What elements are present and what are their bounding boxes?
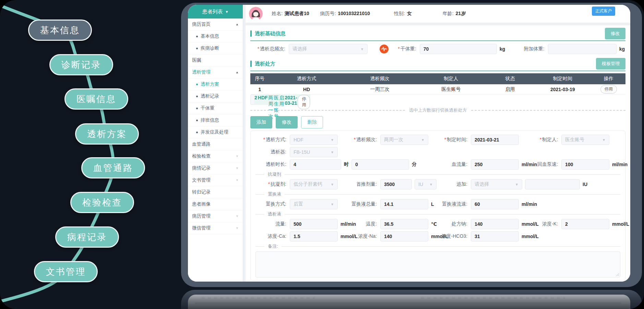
unit-label: 时	[344, 161, 349, 168]
unit-label: ml/min	[612, 162, 628, 167]
text-input[interactable]: 2	[561, 219, 609, 229]
dropdown[interactable]: 请选择▼	[471, 179, 522, 189]
divider-line	[282, 246, 620, 247]
form-field: 浓度-Ca:1.5mmol/L	[255, 231, 346, 242]
sidebar-item[interactable]: 透析管理▲	[188, 66, 243, 78]
table-header-cell: 透析方式	[269, 73, 344, 84]
sidebar-item-label: 病历管理	[192, 213, 236, 219]
form-field: 浓度-HCO3:31mmol/L	[437, 231, 527, 242]
text-input[interactable]: 0	[351, 159, 409, 170]
patient-list-header[interactable]: 患者列表 ▼	[188, 5, 243, 18]
sidebar-item-label: 医嘱	[192, 57, 239, 63]
sidebar-item-label: 检验检查	[192, 153, 236, 159]
sidebar-item[interactable]: 微信管理▼	[188, 222, 243, 234]
divider-line	[285, 194, 620, 195]
dashed-line	[250, 110, 405, 111]
field-label: *透析频次:	[346, 137, 380, 143]
edit-button[interactable]: 修改	[276, 116, 298, 128]
text-input[interactable]: 140	[471, 219, 519, 229]
table-row[interactable]: 2HDF两周一次医生账号启用2021-03-21停用	[250, 95, 269, 105]
text-input[interactable]: 3500	[380, 179, 412, 189]
text-input[interactable]: 500	[290, 219, 338, 229]
dropdown-value: 请选择	[475, 181, 489, 187]
deactivate-button[interactable]: 停用	[600, 85, 617, 94]
bullet-icon	[196, 36, 198, 37]
dropdown[interactable]: 后置▼	[290, 199, 338, 209]
chevron-up-icon: ▲	[236, 23, 239, 26]
sidebar-item[interactable]: 并发症及处理	[188, 126, 243, 138]
dropdown-value: HDF	[294, 137, 303, 143]
text-input[interactable]: 250	[471, 159, 519, 170]
text-input[interactable]: 100	[561, 159, 609, 170]
field-controls: 14.1L	[380, 199, 434, 209]
dropdown[interactable]: 医生账号▼	[561, 135, 609, 145]
dropdown[interactable]: 请选择▼	[289, 44, 368, 54]
sidebar-item[interactable]: 排班信息	[188, 114, 243, 126]
table-cell: 2021-03-19	[534, 84, 592, 95]
modify-button[interactable]: 修改	[605, 28, 625, 39]
unit-label: kg	[500, 46, 505, 52]
sidebar-item[interactable]: 医嘱	[188, 54, 243, 66]
table-header-cell: 操作	[592, 73, 625, 84]
add-button[interactable]: 添加	[250, 116, 272, 128]
sidebar-item[interactable]: 透析方案	[188, 78, 243, 90]
table-header-cell: 状态	[487, 73, 534, 84]
sidebar-item[interactable]: 疾病诊断	[188, 42, 243, 54]
text-input[interactable]: 14.1	[380, 199, 428, 209]
resize-handle-icon	[616, 273, 619, 276]
dropdown[interactable]: HDF▼	[290, 135, 338, 145]
required-asterisk: *	[258, 46, 259, 51]
table-action-cell: 停用	[297, 95, 310, 105]
text-input[interactable]	[548, 44, 617, 54]
basic-info-row: *透析总频次:请选择▼*干体重:70kg附加体重:kg	[250, 41, 625, 57]
sidebar-item[interactable]: 基本信息	[188, 30, 243, 42]
patient-field: 病历号:100103221010	[320, 11, 370, 17]
dropdown-value: FB-15U	[294, 149, 310, 155]
delete-button[interactable]: 删除	[301, 116, 323, 128]
text-input[interactable]: 36.5	[380, 219, 428, 229]
dropdown[interactable]: IU▼	[415, 179, 437, 189]
sidebar-item[interactable]: 检验检查▼	[188, 150, 243, 162]
sidebar-item[interactable]: 血管通路	[188, 138, 243, 150]
unit-label: kg	[619, 46, 625, 52]
divider-line	[255, 246, 264, 247]
text-input[interactable]: 140	[380, 231, 428, 242]
template-manage-button[interactable]: 模板管理	[596, 58, 625, 70]
divider-line	[285, 214, 620, 214]
prescription-form: *透析方式:HDF▼*透析频次:两周一次▼*制定时间:2021-03-21*制定…	[250, 131, 625, 281]
table-row[interactable]: 1HD一周三次医生账号启用2021-03-19停用	[250, 84, 625, 95]
unit-label: IU	[583, 182, 587, 187]
text-input[interactable]: 2021-03-21	[471, 135, 519, 145]
patient-field-label: 姓名:	[272, 11, 283, 17]
dropdown[interactable]: 两周一次▼	[380, 135, 428, 145]
text-input[interactable]: 31	[471, 231, 519, 242]
text-input[interactable]: 70	[420, 44, 497, 54]
sidebar-item[interactable]: 患者画像	[188, 198, 243, 210]
prescription-table: 序号透析方式透析频次制定人状态制定时间操作1HD一周三次医生账号启用2021-0…	[250, 73, 625, 105]
content-area: 姓名:测试患者10病历号:100103221010性别:女年龄:21岁 正式客户…	[246, 5, 630, 282]
form-section-label: 抗凝剂	[268, 171, 281, 177]
sidebar-item[interactable]: 病情记录▼	[188, 162, 243, 174]
dropdown[interactable]: FB-15U▼	[290, 147, 338, 157]
text-input[interactable]: 1.5	[290, 231, 338, 242]
remark-textarea[interactable]	[255, 251, 620, 277]
sidebar-item[interactable]: 透析记录	[188, 90, 243, 102]
form-field: *透析频次:两周一次▼	[346, 135, 437, 145]
chevron-down-icon: ▼	[236, 178, 239, 182]
sidebar-item[interactable]: 干体重	[188, 102, 243, 114]
caret-down-icon: ▼	[421, 138, 425, 142]
status-badge[interactable]: 正式客户	[592, 7, 615, 16]
form-field: 回血泵速:100ml/min	[527, 159, 618, 170]
field-label: 置换液流速:	[437, 201, 471, 207]
deactivate-button[interactable]: 停用	[298, 95, 310, 109]
sidebar-item[interactable]: 文书管理▼	[188, 174, 243, 186]
field-label: 流量:	[255, 221, 290, 227]
sidebar-item[interactable]: 病历管理▼	[188, 210, 243, 222]
text-input[interactable]: 4	[290, 159, 341, 170]
text-input[interactable]	[525, 179, 580, 189]
dropdown[interactable]: 低分子肝素钙▼	[290, 179, 338, 189]
dropdown-value: 请选择	[293, 46, 307, 52]
text-input[interactable]: 60	[471, 199, 519, 209]
sidebar-item[interactable]: 病历首页▲	[188, 18, 243, 30]
sidebar-item[interactable]: 转归记录	[188, 186, 243, 198]
